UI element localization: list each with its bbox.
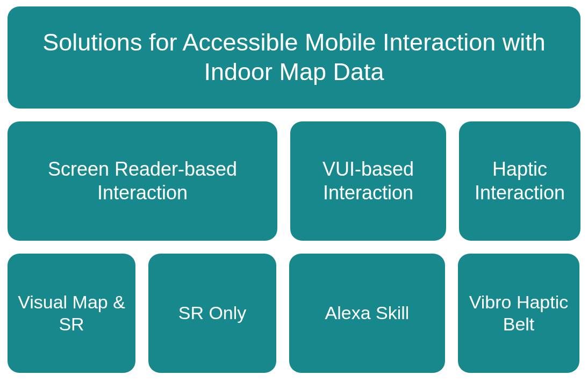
leaf-label: SR Only xyxy=(178,302,247,324)
leaf-visual-map-sr: Visual Map & SR xyxy=(8,254,135,373)
leaf-row: Visual Map & SR SR Only Alexa Skill Vibr… xyxy=(8,254,580,373)
leaf-sr-only: SR Only xyxy=(148,254,276,373)
diagram-title-text: Solutions for Accessible Mobile Interact… xyxy=(16,28,572,87)
diagram-title-box: Solutions for Accessible Mobile Interact… xyxy=(8,6,580,109)
category-haptic: Haptic Interaction xyxy=(459,121,580,241)
leaf-label: Vibro Haptic Belt xyxy=(467,291,571,336)
leaf-label: Visual Map & SR xyxy=(16,291,127,336)
hierarchy-diagram: Solutions for Accessible Mobile Interact… xyxy=(8,6,580,383)
category-vui: VUI-based Interaction xyxy=(290,121,446,241)
category-screen-reader: Screen Reader-based Interaction xyxy=(8,121,277,241)
leaf-label: Alexa Skill xyxy=(325,302,410,324)
category-label: Haptic Interaction xyxy=(468,157,572,205)
leaf-alexa-skill: Alexa Skill xyxy=(289,254,445,373)
category-row: Screen Reader-based Interaction VUI-base… xyxy=(8,121,580,241)
leaf-vibro-haptic-belt: Vibro Haptic Belt xyxy=(458,254,579,373)
category-label: VUI-based Interaction xyxy=(299,157,438,205)
category-label: Screen Reader-based Interaction xyxy=(16,157,269,205)
